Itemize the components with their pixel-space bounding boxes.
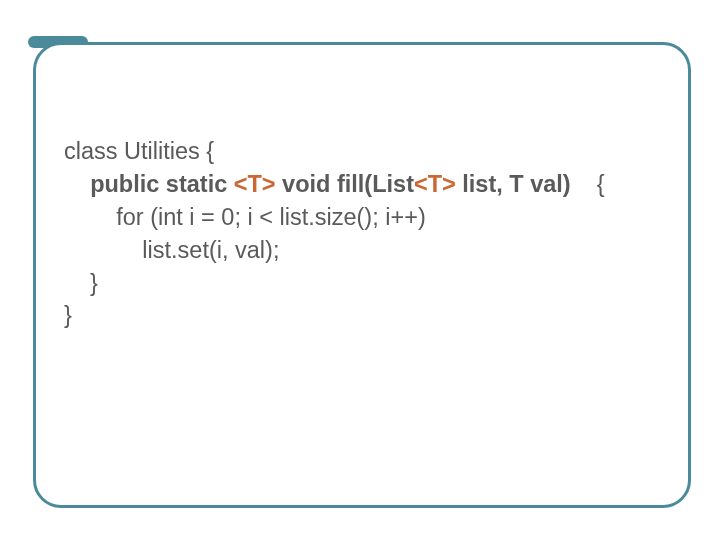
code-line-4: list.set(i, val);	[64, 237, 279, 263]
code-keyword: public static	[90, 171, 234, 197]
code-block: class Utilities { public static <T> void…	[64, 135, 680, 332]
code-generic-type: <T>	[234, 171, 276, 197]
code-generic-type: <T>	[414, 171, 456, 197]
indent	[64, 171, 90, 197]
code-line-3: for (int i = 0; i < list.size(); i++)	[64, 204, 426, 230]
code-signature: list, T val)	[456, 171, 597, 197]
code-line-5: }	[64, 270, 98, 296]
slide: class Utilities { public static <T> void…	[0, 0, 720, 540]
content-card: class Utilities { public static <T> void…	[33, 42, 691, 508]
code-line-1: class Utilities {	[64, 138, 214, 164]
code-brace: {	[597, 171, 605, 197]
code-line-6: }	[64, 302, 72, 328]
code-signature: void fill(List	[276, 171, 414, 197]
